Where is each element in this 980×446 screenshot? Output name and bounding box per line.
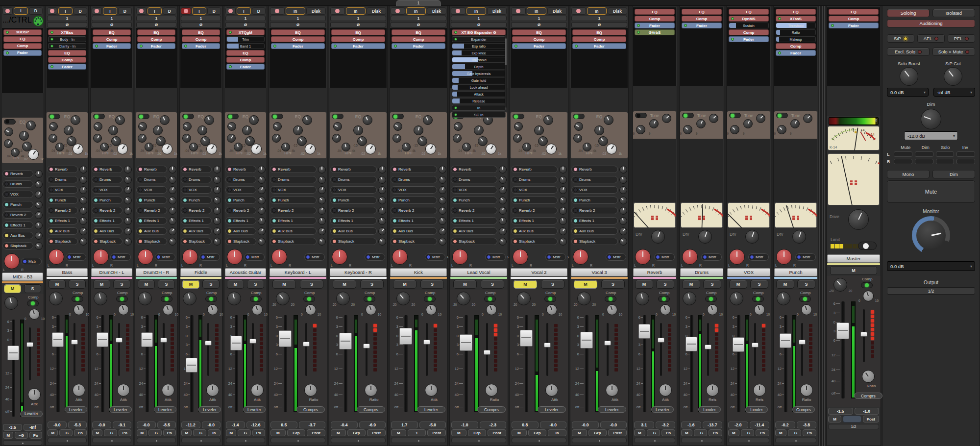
send-led[interactable]: [49, 219, 53, 223]
send-level-knob[interactable]: [499, 186, 507, 194]
processor-fader[interactable]: Fader: [331, 43, 385, 49]
send-led[interactable]: [573, 239, 578, 244]
send-led[interactable]: [573, 177, 578, 182]
send-led[interactable]: [573, 198, 578, 202]
processor-power-led[interactable]: [229, 31, 232, 34]
group-button[interactable]: ~G: [104, 429, 117, 436]
compressor-enable-button[interactable]: [658, 296, 670, 302]
compressor-threshold-handle[interactable]: [205, 341, 212, 346]
processor-power-led[interactable]: [140, 45, 143, 48]
send-level-knob[interactable]: [378, 217, 386, 225]
master-assign-button[interactable]: Mstr: [606, 253, 626, 261]
processor-power-led[interactable]: [6, 31, 9, 34]
send-button[interactable]: Aux Bus: [391, 227, 437, 235]
input-source-button[interactable]: 1: [330, 16, 386, 21]
send-button[interactable]: Slapback: [92, 238, 122, 245]
pan-knob[interactable]: [138, 249, 153, 265]
metering-mute-button[interactable]: M: [270, 429, 286, 436]
pan-knob[interactable]: [513, 249, 528, 265]
send-level-knob[interactable]: [499, 197, 507, 204]
isolated-button[interactable]: Isolated: [932, 9, 975, 17]
eq-freq-knob[interactable]: [332, 134, 341, 143]
compressor-threshold-handle[interactable]: [71, 340, 78, 345]
send-level-knob[interactable]: [439, 186, 446, 194]
processor-fader[interactable]: Fader: [635, 23, 675, 28]
send-button[interactable]: Reverb 2: [181, 207, 212, 214]
processor-comp[interactable]: Comp: [48, 57, 86, 63]
record-arm-button[interactable]: [391, 7, 405, 15]
send-button[interactable]: Drums: [136, 176, 167, 183]
send-led[interactable]: [138, 208, 143, 213]
peak-value[interactable]: -11.4: [750, 421, 770, 428]
channel-name[interactable]: DrumOH - R: [136, 268, 177, 276]
send-level-knob[interactable]: [213, 176, 221, 184]
metering-mute-button[interactable]: M: [572, 429, 587, 436]
fader-handle[interactable]: [230, 336, 242, 350]
compressor-speed-knob[interactable]: 010: [707, 304, 718, 315]
processor-power-led[interactable]: [50, 65, 53, 68]
metering-mute-button[interactable]: M: [828, 416, 841, 422]
hpf-knob[interactable]: .021k: [546, 144, 557, 154]
group-button[interactable]: ~G: [788, 429, 802, 436]
input-monitor-button[interactable]: In: [286, 7, 305, 15]
pan-knob[interactable]: [776, 249, 792, 265]
pan-knob[interactable]: [392, 249, 408, 265]
processor-eq[interactable]: EQ: [271, 29, 325, 35]
fader-track[interactable]: [690, 315, 693, 412]
drive-knob[interactable]: [848, 209, 869, 230]
send-button[interactable]: Drums: [47, 176, 78, 183]
send-led[interactable]: [453, 177, 457, 182]
send-button[interactable]: Aux Bus: [2, 232, 33, 239]
send-button[interactable]: VOX: [270, 186, 317, 194]
processor-sbdsp[interactable]: sBDSP: [3, 29, 42, 35]
processor-fader[interactable]: Fader: [3, 50, 42, 56]
compressor-enable-button[interactable]: [605, 296, 616, 302]
send-button[interactable]: Reverb 2: [225, 207, 256, 214]
processor-power-led[interactable]: [394, 45, 397, 48]
compressor-threshold-handle[interactable]: [249, 339, 256, 344]
send-led[interactable]: [183, 188, 187, 192]
eq-freq-knob[interactable]: [183, 122, 192, 131]
eq-freq-knob[interactable]: .044k: [55, 143, 64, 151]
send-led[interactable]: [4, 233, 9, 238]
compressor-enable-button[interactable]: [116, 296, 128, 302]
send-led[interactable]: [138, 198, 143, 202]
send-level-knob[interactable]: [619, 207, 627, 215]
send-button[interactable]: Slapback: [136, 238, 167, 245]
input-source-button[interactable]: 1: [136, 16, 176, 21]
send-level-knob[interactable]: [79, 166, 87, 173]
compressor-enable-button[interactable]: [424, 296, 436, 302]
compressor-mode-button[interactable]: Leveler: [651, 406, 674, 413]
send-led[interactable]: [49, 229, 53, 233]
tone-knob[interactable]: [743, 119, 753, 128]
solo-button[interactable]: S: [541, 280, 564, 289]
send-button[interactable]: Drums: [330, 176, 377, 183]
input-monitor-button[interactable]: In: [346, 7, 366, 15]
send-level-knob[interactable]: [79, 227, 87, 235]
send-led[interactable]: [513, 188, 517, 192]
processor-threshold[interactable]: Threshold: [452, 57, 506, 63]
send-level-knob[interactable]: [213, 197, 221, 204]
processor-power-led[interactable]: [454, 38, 457, 41]
send-led[interactable]: [392, 208, 397, 213]
phase-invert-button[interactable]: Ø: [571, 22, 627, 27]
group-button[interactable]: ~G: [193, 429, 206, 436]
gain-value[interactable]: 0.8: [512, 421, 539, 428]
record-arm-button[interactable]: [270, 7, 285, 15]
processor-scrollbar[interactable]: [505, 35, 507, 107]
send-level-knob[interactable]: [258, 197, 266, 204]
send-level-knob[interactable]: [213, 207, 221, 215]
send-button[interactable]: Aux Bus: [451, 227, 497, 235]
processor-xt-eg-expander-g[interactable]: XT-EG Expander G: [452, 29, 506, 35]
send-button[interactable]: Reverb: [47, 166, 78, 173]
peak-value[interactable]: -13.7: [703, 421, 723, 428]
processor-fader[interactable]: Fader: [226, 64, 265, 70]
sip-cut-value-dropdown[interactable]: -inf dB: [933, 88, 975, 97]
compressor-attk-knob[interactable]: [425, 384, 438, 396]
send-button[interactable]: Reverb 2: [330, 207, 377, 214]
mute-button[interactable]: M: [514, 280, 537, 289]
eq-gain-knob[interactable]: [153, 125, 163, 135]
send-button[interactable]: Drums: [2, 180, 33, 188]
master-assign-button[interactable]: Mstr: [485, 253, 506, 261]
processor-exp-knee[interactable]: Exp knee: [452, 50, 506, 56]
